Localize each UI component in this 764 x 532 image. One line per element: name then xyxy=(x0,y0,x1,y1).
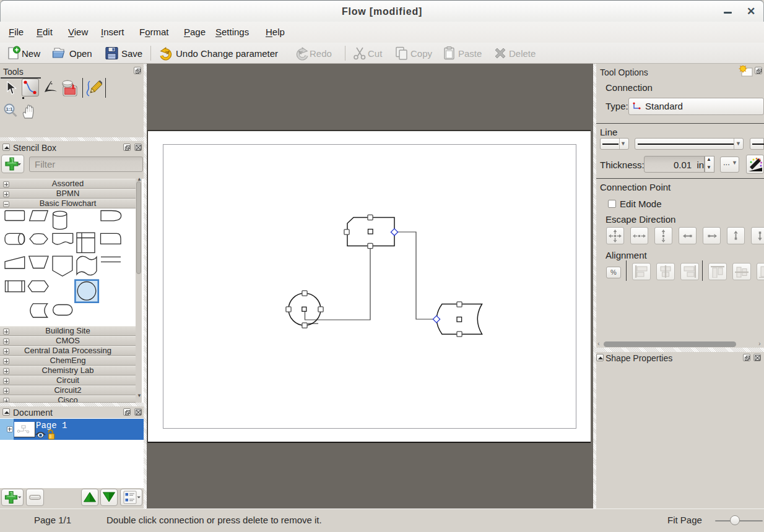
svg-text:1:1: 1:1 xyxy=(6,106,13,112)
